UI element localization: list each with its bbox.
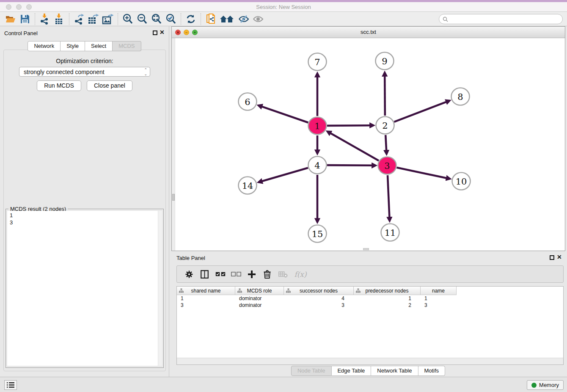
tab-node-table[interactable]: Node Table — [291, 366, 332, 376]
home-icon[interactable] — [218, 13, 237, 25]
table-row[interactable]: 1dominator411 — [177, 295, 563, 302]
open-file-icon[interactable] — [3, 13, 18, 25]
cell-successor-nodes[interactable]: 4 — [284, 295, 354, 302]
edge-2-3[interactable] — [385, 135, 386, 151]
network-vertical-scrollbar[interactable] — [172, 38, 175, 251]
node-9[interactable]: 9 — [376, 52, 394, 70]
node-14[interactable]: 14 — [239, 177, 257, 194]
cell-MCDS-role[interactable]: dominator — [235, 295, 284, 302]
node-7[interactable]: 7 — [308, 53, 327, 71]
column-header-name[interactable]: name — [421, 287, 457, 295]
tab-mcds[interactable]: MCDS — [113, 41, 141, 51]
node-label-4: 4 — [314, 160, 320, 171]
edge-1-6[interactable] — [261, 106, 308, 122]
float-panel-icon[interactable] — [153, 30, 157, 35]
node-3[interactable]: 3 — [378, 157, 396, 174]
search-input[interactable] — [450, 15, 562, 23]
column-header-successor-nodes[interactable]: successor nodes — [284, 287, 354, 295]
edge-2-9[interactable] — [385, 75, 385, 116]
search-field[interactable] — [439, 14, 563, 24]
import-table-icon[interactable] — [52, 13, 66, 25]
node-4[interactable]: 4 — [308, 157, 327, 174]
cell-MCDS-role[interactable]: dominator — [235, 302, 284, 309]
add-column-icon[interactable] — [244, 268, 259, 281]
hide-graphics-icon[interactable] — [237, 13, 251, 25]
edge-1-2[interactable] — [327, 125, 371, 126]
tab-edge-table[interactable]: Edge Table — [331, 366, 371, 376]
refresh-layout-icon[interactable] — [184, 13, 198, 25]
cell-predecessor-nodes[interactable]: 2 — [354, 302, 421, 309]
scrollbar-thumb[interactable] — [172, 194, 175, 201]
plus-glyph — [248, 271, 256, 278]
close-panel-icon[interactable]: ✕ — [160, 29, 165, 35]
task-history-button[interactable] — [4, 380, 17, 390]
node-10[interactable]: 10 — [452, 173, 471, 190]
function-builder-icon[interactable]: f(x) — [291, 268, 310, 281]
show-graphics-icon[interactable] — [251, 13, 265, 25]
column-header-predecessor-nodes[interactable]: predecessor nodes — [354, 287, 421, 295]
tab-network-table[interactable]: Network Table — [371, 366, 418, 376]
edge-4-14[interactable] — [261, 168, 308, 181]
export-image-icon[interactable] — [101, 13, 115, 25]
node-2[interactable]: 2 — [376, 117, 394, 134]
close-table-panel-icon[interactable]: ✕ — [557, 254, 562, 260]
edge-3-11[interactable] — [388, 175, 389, 218]
node-15[interactable]: 15 — [308, 225, 327, 243]
optimization-criterion-select[interactable]: strongly connected component ⌃⌄ — [19, 67, 150, 77]
run-mcds-button[interactable]: Run MCDS — [37, 80, 81, 91]
column-header-shared-name[interactable]: shared name — [177, 287, 235, 295]
edge-4-3[interactable] — [327, 165, 373, 166]
zoom-in-icon[interactable] — [121, 13, 135, 25]
tab-motifs[interactable]: Motifs — [418, 366, 445, 376]
tab-select[interactable]: Select — [85, 41, 113, 51]
select-value: strongly connected component — [24, 69, 105, 75]
cell-name[interactable]: 3 — [421, 302, 457, 309]
delete-table-icon[interactable] — [275, 268, 291, 281]
hierarchy-icon — [179, 288, 184, 293]
tab-network[interactable]: Network — [28, 41, 61, 51]
edge-2-8[interactable] — [394, 102, 447, 122]
export-table-icon[interactable] — [86, 13, 101, 25]
cell-shared-name[interactable]: 1 — [177, 295, 235, 302]
node-label-3: 3 — [384, 161, 390, 171]
node-label-15: 15 — [312, 229, 323, 239]
select-all-columns-icon[interactable] — [212, 268, 228, 281]
table-horizontal-scrollbar[interactable] — [177, 358, 563, 364]
duplicate-network-icon[interactable] — [204, 13, 218, 25]
control-panel-title: Control Panel — [4, 30, 38, 36]
column-header-MCDS-role[interactable]: MCDS role — [235, 287, 284, 295]
search-icon — [443, 17, 448, 22]
float-table-panel-icon[interactable] — [550, 255, 554, 260]
network-window-titlebar[interactable]: ✕ − + scc.txt — [172, 27, 565, 38]
node-6[interactable]: 6 — [239, 93, 257, 110]
network-resize-grip[interactable] — [363, 248, 369, 250]
cell-successor-nodes[interactable]: 3 — [284, 302, 354, 309]
edge-3-10[interactable] — [397, 168, 447, 178]
table-row[interactable]: 3dominator323 — [177, 302, 563, 309]
zoom-selected-icon[interactable] — [164, 13, 178, 25]
close-panel-button[interactable]: Close panel — [87, 80, 132, 91]
cell-shared-name[interactable]: 3 — [177, 302, 235, 309]
zoom-fit-icon[interactable] — [149, 13, 164, 25]
split-panel-icon[interactable] — [197, 268, 212, 281]
deselect-all-columns-icon[interactable] — [228, 268, 244, 281]
node-1[interactable]: 1 — [308, 117, 327, 135]
result-scrollbar[interactable] — [158, 211, 162, 366]
tab-style[interactable]: Style — [61, 41, 85, 51]
export-network-icon[interactable] — [72, 13, 86, 25]
settings-gear-icon[interactable] — [181, 268, 197, 281]
import-network-icon[interactable] — [38, 13, 52, 25]
mcds-result-text[interactable]: 1 3 — [7, 211, 162, 366]
zoom-out-icon[interactable] — [135, 13, 149, 25]
cell-name[interactable]: 1 — [421, 295, 457, 302]
table-toolbar: f(x) — [176, 265, 564, 283]
cell-predecessor-nodes[interactable]: 1 — [354, 295, 421, 302]
node-11[interactable]: 11 — [381, 224, 399, 241]
save-session-icon[interactable] — [18, 13, 32, 25]
edge-3-1[interactable] — [330, 133, 379, 161]
node-8[interactable]: 8 — [451, 88, 470, 105]
delete-column-icon[interactable] — [259, 268, 275, 281]
import-table-glyph — [54, 14, 64, 25]
memory-button[interactable]: Memory — [527, 380, 564, 390]
network-graph[interactable]: 7968124314101511 — [172, 38, 565, 251]
